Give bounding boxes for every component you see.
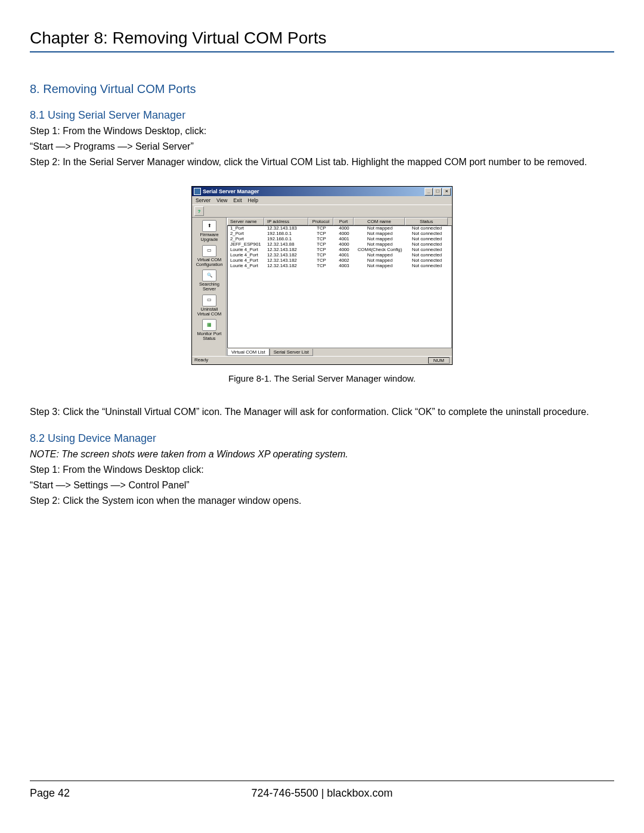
- table-cell: Not connected: [405, 237, 448, 242]
- table-cell: Not connected: [405, 264, 448, 269]
- table-cell: 4003: [334, 264, 354, 269]
- table-cell: Not mapped: [354, 226, 405, 231]
- table-cell: 2_Port: [228, 237, 265, 242]
- sidebar-item-label: Virtual COM Configuration: [194, 258, 224, 268]
- table-cell: TCP: [309, 247, 334, 253]
- menu-exit[interactable]: Exit: [233, 197, 242, 203]
- table-cell: Not connected: [405, 242, 448, 247]
- menu-help[interactable]: Help: [248, 197, 258, 203]
- path-text: “Start —> Programs —> Serial Server”: [30, 140, 614, 154]
- sidebar-item-searching-server[interactable]: 🔍 Searching Server: [194, 270, 224, 292]
- table-cell: 4002: [334, 258, 354, 264]
- app-icon: [194, 188, 201, 195]
- status-bar: Ready NUM: [192, 356, 452, 364]
- footer-contact: 724-746-5500 | blackbox.com: [252, 787, 393, 800]
- table-row[interactable]: JEFF_ESP90112.32.143.88TCP4000Not mapped…: [228, 242, 451, 247]
- tab-virtual-com-list[interactable]: Virtual COM List: [227, 349, 270, 356]
- tab-strip: Virtual COM List Serial Server List: [227, 348, 452, 356]
- port-icon: ▭: [202, 245, 216, 257]
- col-protocol[interactable]: Protocol: [308, 218, 333, 225]
- chapter-title: Chapter 8: Removing Virtual COM Ports: [30, 29, 614, 48]
- table-cell: Not mapped: [354, 242, 405, 247]
- window-titlebar[interactable]: Serial Server Manager _ □ ×: [192, 187, 452, 196]
- sidebar-item-virtual-com-config[interactable]: ▭ Virtual COM Configuration: [194, 245, 224, 268]
- table-row[interactable]: 2_Port192.168.0.1TCP4000Not mappedNot co…: [228, 231, 451, 237]
- table-row[interactable]: Lourie 4_Port12.32.143.182TCP4001Not map…: [228, 253, 451, 258]
- sidebar-item-label: Firmware Upgrade: [194, 233, 224, 243]
- table-cell: Not mapped: [354, 231, 405, 237]
- table-cell: Not connected: [405, 247, 448, 253]
- close-button[interactable]: ×: [442, 188, 451, 196]
- table-cell: 12.32.143.182: [265, 253, 309, 258]
- table-row[interactable]: Lourie 4_Port12.32.143.182TCP4002Not map…: [228, 258, 451, 264]
- col-port[interactable]: Port: [333, 218, 354, 225]
- table-row[interactable]: 2_Port192.168.0.1TCP4001Not mappedNot co…: [228, 237, 451, 242]
- table-cell: 192.168.0.1: [265, 231, 309, 237]
- search-icon: 🔍: [202, 270, 216, 281]
- chapter-rule: [30, 51, 614, 52]
- table-cell: 12.32.143.182: [265, 258, 309, 264]
- table-cell: TCP: [309, 231, 334, 237]
- table-cell: 4001: [334, 237, 354, 242]
- table-row[interactable]: 1_Port12.32.143.183TCP4000Not mappedNot …: [228, 226, 451, 231]
- table-cell: 4000: [334, 247, 354, 253]
- uninstall-icon: ▭: [202, 295, 216, 306]
- col-ip-address[interactable]: IP address: [264, 218, 308, 225]
- sidebar-item-label: Monitor Port Status: [194, 332, 224, 342]
- content-pane: Server name IP address Protocol Port COM…: [227, 218, 452, 356]
- table-cell: TCP: [309, 264, 334, 269]
- footer-spacer: [611, 787, 614, 800]
- table-cell: Not connected: [405, 226, 448, 231]
- window-title: Serial Server Manager: [203, 188, 425, 194]
- path-text: “Start —> Settings —> Control Panel”: [30, 478, 614, 493]
- chip-icon: ⬆: [202, 220, 216, 232]
- note-text: NOTE: The screen shots were taken from a…: [30, 447, 614, 462]
- sidebar: ⬆ Firmware Upgrade ▭ Virtual COM Configu…: [192, 218, 227, 356]
- maximize-button[interactable]: □: [434, 188, 442, 196]
- table-cell: 12.32.143.183: [265, 226, 309, 231]
- menu-view[interactable]: View: [216, 197, 227, 203]
- table-cell: Not connected: [405, 253, 448, 258]
- page-number: Page 42: [30, 787, 70, 800]
- table-cell: Not mapped: [354, 264, 405, 269]
- monitor-icon: ▦: [202, 319, 216, 331]
- figure-caption: Figure 8-1. The Serial Server Manager wi…: [30, 373, 614, 383]
- document-page: Chapter 8: Removing Virtual COM Ports 8.…: [0, 0, 644, 833]
- step-text: Step 2: In the Serial Server Manager win…: [30, 155, 614, 169]
- table-cell: COM4(Check Config): [354, 247, 405, 253]
- col-com-name[interactable]: COM name: [354, 218, 405, 225]
- table-cell: Lourie 4_Port: [228, 264, 265, 269]
- table-cell: TCP: [309, 242, 334, 247]
- table-cell: 12.32.143.182: [265, 264, 309, 269]
- status-text: Ready: [194, 357, 208, 364]
- menu-server[interactable]: Server: [196, 197, 210, 203]
- sidebar-item-firmware-upgrade[interactable]: ⬆ Firmware Upgrade: [194, 220, 224, 243]
- table-cell: Lourie 4_Port: [228, 253, 265, 258]
- table-cell: JEFF_ESP901: [228, 242, 265, 247]
- col-status[interactable]: Status: [405, 218, 448, 225]
- table-cell: Not mapped: [354, 253, 405, 258]
- table-cell: 12.32.143.88: [265, 242, 309, 247]
- step-text: Step 1: From the Windows Desktop, click:: [30, 124, 614, 138]
- table-cell: 192.168.0.1: [265, 237, 309, 242]
- tab-serial-server-list[interactable]: Serial Server List: [270, 349, 313, 356]
- table-cell: TCP: [309, 226, 334, 231]
- table-cell: 4000: [334, 242, 354, 247]
- table-cell: Lourie 4_Port: [228, 247, 265, 253]
- table-cell: TCP: [309, 253, 334, 258]
- help-icon[interactable]: ?: [194, 206, 204, 216]
- minimize-button[interactable]: _: [425, 188, 433, 196]
- section-heading: 8. Removing Virtual COM Ports: [30, 82, 614, 96]
- sidebar-item-label: Searching Server: [194, 282, 224, 292]
- table-cell: 2_Port: [228, 231, 265, 237]
- table-header-row: Server name IP address Protocol Port COM…: [227, 218, 452, 225]
- table-cell: Not mapped: [354, 258, 405, 264]
- table-row[interactable]: Lourie 4_Port12.32.143.182TCP4000COM4(Ch…: [228, 247, 451, 253]
- table-cell: 4001: [334, 253, 354, 258]
- col-server-name[interactable]: Server name: [227, 218, 264, 225]
- sidebar-item-uninstall-virtual-com[interactable]: ▭ Uninstall Virtual COM: [194, 295, 224, 317]
- table-body[interactable]: 1_Port12.32.143.183TCP4000Not mappedNot …: [227, 225, 452, 348]
- table-row[interactable]: Lourie 4_Port12.32.143.182TCP4003Not map…: [228, 264, 451, 269]
- work-area: ⬆ Firmware Upgrade ▭ Virtual COM Configu…: [192, 218, 452, 356]
- sidebar-item-monitor-port-status[interactable]: ▦ Monitor Port Status: [194, 319, 224, 342]
